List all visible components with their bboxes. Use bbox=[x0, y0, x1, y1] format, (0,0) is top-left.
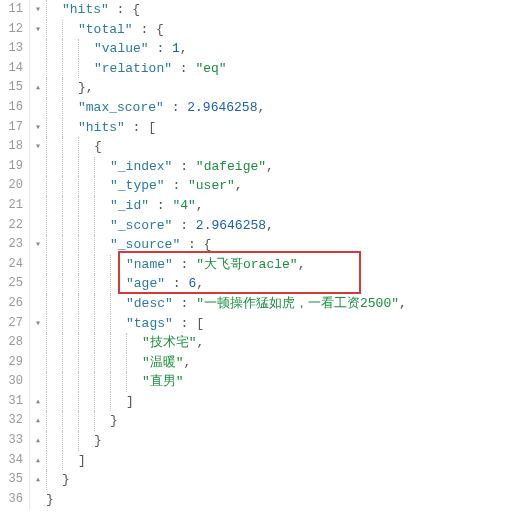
code-line[interactable]: "_id" : "4", bbox=[46, 196, 520, 216]
json-key: "relation" bbox=[94, 61, 172, 76]
line-number: 31 bbox=[0, 392, 23, 412]
line-number-gutter: 1112131415161718192021222324252627282930… bbox=[0, 0, 30, 509]
code-line[interactable]: } bbox=[46, 490, 520, 510]
code-line[interactable]: "_score" : 2.9646258, bbox=[46, 216, 520, 236]
line-number: 18 bbox=[0, 137, 23, 157]
code-line[interactable]: "value" : 1, bbox=[46, 39, 520, 59]
fold-marker[interactable]: ▴ bbox=[30, 78, 46, 98]
json-key: "_score" bbox=[110, 218, 172, 233]
json-key: "age" bbox=[126, 276, 165, 291]
line-number: 12 bbox=[0, 20, 23, 40]
line-number: 11 bbox=[0, 0, 23, 20]
code-line[interactable]: "温暖", bbox=[46, 353, 520, 373]
code-line[interactable]: "relation" : "eq" bbox=[46, 59, 520, 79]
json-key: "total" bbox=[78, 22, 133, 37]
json-key: "tags" bbox=[126, 316, 173, 331]
code-line[interactable]: ] bbox=[46, 451, 520, 471]
code-line[interactable]: ] bbox=[46, 392, 520, 412]
json-string: "大飞哥oracle" bbox=[196, 257, 297, 272]
code-line[interactable]: "age" : 6, bbox=[46, 274, 520, 294]
code-line[interactable]: "desc" : "一顿操作猛如虎，一看工资2500", bbox=[46, 294, 520, 314]
fold-marker[interactable]: ▴ bbox=[30, 470, 46, 490]
line-number: 29 bbox=[0, 353, 23, 373]
line-number: 14 bbox=[0, 59, 23, 79]
fold-marker[interactable]: ▾ bbox=[30, 118, 46, 138]
fold-marker[interactable]: ▾ bbox=[30, 235, 46, 255]
line-number: 36 bbox=[0, 490, 23, 510]
fold-marker[interactable]: ▴ bbox=[30, 451, 46, 471]
line-number: 16 bbox=[0, 98, 23, 118]
json-string: "一顿操作猛如虎，一看工资2500" bbox=[196, 296, 399, 311]
json-key: "_source" bbox=[110, 237, 180, 252]
json-string: "user" bbox=[188, 178, 235, 193]
line-number: 25 bbox=[0, 274, 23, 294]
fold-marker bbox=[30, 216, 46, 236]
fold-marker bbox=[30, 59, 46, 79]
line-number: 23 bbox=[0, 235, 23, 255]
fold-marker[interactable]: ▴ bbox=[30, 392, 46, 412]
code-line[interactable]: "直男" bbox=[46, 372, 520, 392]
code-line[interactable]: } bbox=[46, 431, 520, 451]
line-number: 27 bbox=[0, 314, 23, 334]
code-line[interactable]: } bbox=[46, 411, 520, 431]
line-number: 13 bbox=[0, 39, 23, 59]
code-line[interactable]: "tags" : [ bbox=[46, 314, 520, 334]
fold-marker bbox=[30, 39, 46, 59]
fold-column: ▾▾▴▾▾▾▾▴▴▴▴▴ bbox=[30, 0, 46, 509]
line-number: 34 bbox=[0, 451, 23, 471]
json-string: "直男" bbox=[142, 374, 184, 389]
fold-marker[interactable]: ▴ bbox=[30, 411, 46, 431]
code-line[interactable]: "hits" : [ bbox=[46, 118, 520, 138]
json-key: "name" bbox=[126, 257, 173, 272]
line-number: 15 bbox=[0, 78, 23, 98]
line-number: 32 bbox=[0, 411, 23, 431]
line-number: 26 bbox=[0, 294, 23, 314]
code-line[interactable]: "hits" : { bbox=[46, 0, 520, 20]
fold-marker bbox=[30, 294, 46, 314]
fold-marker bbox=[30, 274, 46, 294]
code-line[interactable]: "max_score" : 2.9646258, bbox=[46, 98, 520, 118]
code-line[interactable]: "_source" : { bbox=[46, 235, 520, 255]
fold-marker bbox=[30, 255, 46, 275]
json-string: "温暖" bbox=[142, 355, 184, 370]
line-number: 20 bbox=[0, 176, 23, 196]
line-number: 30 bbox=[0, 372, 23, 392]
line-number: 19 bbox=[0, 157, 23, 177]
fold-marker bbox=[30, 196, 46, 216]
fold-marker bbox=[30, 333, 46, 353]
fold-marker[interactable]: ▾ bbox=[30, 20, 46, 40]
json-key: "_index" bbox=[110, 159, 172, 174]
line-number: 28 bbox=[0, 333, 23, 353]
code-line[interactable]: "_index" : "dafeige", bbox=[46, 157, 520, 177]
json-key: "desc" bbox=[126, 296, 173, 311]
code-line[interactable]: "name" : "大飞哥oracle", bbox=[46, 255, 520, 275]
fold-marker bbox=[30, 353, 46, 373]
fold-marker[interactable]: ▴ bbox=[30, 431, 46, 451]
fold-marker[interactable]: ▾ bbox=[30, 0, 46, 20]
json-number: 2.9646258 bbox=[196, 218, 266, 233]
json-key: "hits" bbox=[78, 120, 125, 135]
json-key: "max_score" bbox=[78, 100, 164, 115]
fold-marker[interactable]: ▾ bbox=[30, 314, 46, 334]
line-number: 35 bbox=[0, 470, 23, 490]
json-string: "4" bbox=[172, 198, 195, 213]
json-string: "技术宅" bbox=[142, 335, 197, 350]
fold-marker[interactable]: ▾ bbox=[30, 137, 46, 157]
code-line[interactable]: "_type" : "user", bbox=[46, 176, 520, 196]
line-number: 33 bbox=[0, 431, 23, 451]
code-line[interactable]: } bbox=[46, 470, 520, 490]
code-line[interactable]: "total" : { bbox=[46, 20, 520, 40]
code-line[interactable]: }, bbox=[46, 78, 520, 98]
code-line[interactable]: "技术宅", bbox=[46, 333, 520, 353]
code-editor[interactable]: "hits" : { "total" : { "value" : 1, "rel… bbox=[46, 0, 520, 509]
fold-marker bbox=[30, 157, 46, 177]
code-line[interactable]: { bbox=[46, 137, 520, 157]
fold-marker bbox=[30, 372, 46, 392]
json-key: "_type" bbox=[110, 178, 165, 193]
json-number: 2.9646258 bbox=[187, 100, 257, 115]
json-string: "eq" bbox=[195, 61, 226, 76]
json-key: "hits" bbox=[62, 2, 109, 17]
json-key: "value" bbox=[94, 41, 149, 56]
line-number: 17 bbox=[0, 118, 23, 138]
fold-marker bbox=[30, 490, 46, 510]
